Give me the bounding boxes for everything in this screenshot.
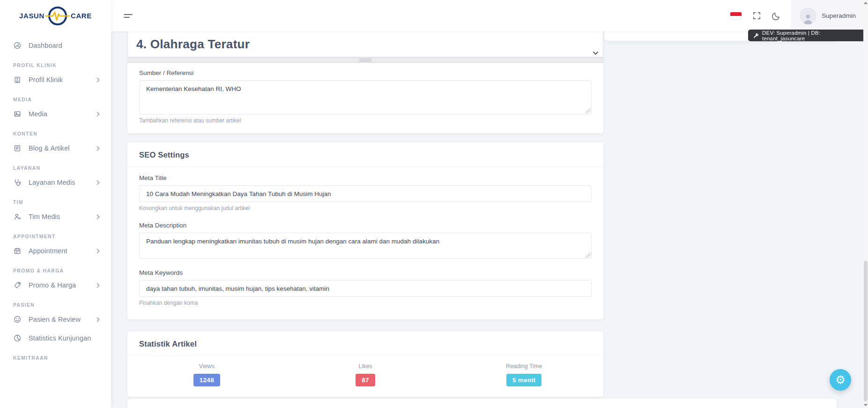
tag-icon — [13, 281, 22, 289]
language-flag-icon[interactable] — [730, 12, 742, 20]
sidebar-item-media[interactable]: Media — [13, 105, 100, 123]
sidebar-item-label: Tim Medis — [29, 213, 60, 220]
sidebar-section-header: PROFIL KLINIK — [13, 62, 100, 68]
sidebar-item-statistics-kunjungan[interactable]: Statistics Kunjungan — [13, 329, 100, 348]
sidebar-item-label: Promo & Harga — [29, 281, 76, 289]
scrollbar-thumb[interactable] — [864, 261, 868, 401]
meta-title-helper: Kosongkan untuk menggunakan judul artike… — [139, 205, 592, 212]
chevron-right-icon — [96, 249, 100, 254]
smile-icon — [13, 315, 22, 324]
avatar — [800, 8, 816, 24]
meta-description-label: Meta Description — [139, 222, 592, 229]
stat-label: Reading Time — [445, 363, 603, 370]
sidebar-item-label: Layanan Medis — [29, 179, 75, 186]
sidebar-section-header: TIM — [13, 199, 100, 205]
stat-value-badge: 5 menit — [506, 374, 542, 386]
meta-title-input[interactable] — [139, 185, 592, 202]
clinic-icon — [13, 76, 22, 84]
sidebar-section-header: KEMITRAAN — [13, 355, 100, 361]
sidebar: JASUN CARE DashboardPROFIL KLINIKProfil … — [0, 0, 111, 408]
stat-value-badge: 87 — [356, 374, 375, 386]
chevron-down-icon[interactable] — [593, 51, 599, 55]
sidebar-section-header: LAYANAN — [13, 165, 100, 171]
sidebar-item-label: Profil Klinik — [29, 76, 63, 83]
stat-reading-time: Reading Time5 menit — [445, 363, 603, 386]
sidebar-item-label: Blog & Artikel — [29, 144, 70, 152]
sidebar-item-dashboard[interactable]: Dashboard — [13, 36, 100, 55]
scroll-down-icon[interactable] — [863, 403, 868, 406]
textarea-resize-grip-icon[interactable] — [586, 253, 590, 257]
meta-keywords-input[interactable] — [139, 280, 592, 297]
sidebar-section-header: APPOINTMENT — [13, 234, 100, 239]
sidebar-item-appointment[interactable]: Appointment — [13, 242, 100, 260]
team-icon — [13, 212, 22, 221]
stat-label: Views — [127, 363, 286, 370]
next-section-card — [127, 399, 837, 408]
heartbeat-logo-icon — [45, 5, 70, 27]
window-scrollbar[interactable] — [863, 0, 868, 408]
sidebar-item-promo-harga[interactable]: Promo & Harga — [13, 276, 100, 295]
chevron-right-icon — [96, 283, 100, 288]
chevron-right-icon — [96, 112, 100, 117]
sidebar-item-label: Statistics Kunjungan — [29, 334, 91, 342]
section-title-text: 4. Olahraga Teratur — [136, 37, 250, 52]
section-title-field[interactable]: 4. Olahraga Teratur — [127, 31, 603, 57]
sidebar-item-label: Dashboard — [29, 42, 62, 49]
image-icon — [13, 110, 22, 118]
stats-card-title: Statistik Artikel — [139, 340, 197, 348]
editor-resize-handle[interactable] — [127, 57, 603, 63]
stat-label: Likes — [286, 363, 445, 370]
pie-chart-icon — [13, 334, 22, 342]
chevron-right-icon — [96, 214, 100, 219]
article-icon — [13, 144, 22, 152]
article-section-card: 4. Olahraga Teratur Sumber / Referensi K… — [127, 31, 603, 133]
textarea-resize-grip-icon[interactable] — [586, 108, 590, 113]
chevron-right-icon — [96, 146, 100, 151]
wrench-icon — [753, 33, 759, 38]
sidebar-item-label: Pasien & Review — [29, 316, 81, 323]
settings-fab-button[interactable]: ⚙ — [830, 369, 851, 391]
sidebar-section-header: MEDIA — [13, 97, 100, 102]
sumber-referensi-textarea[interactable]: Kementerian Kesehatan RI, WHO — [139, 80, 592, 114]
dark-mode-moon-icon[interactable] — [772, 11, 781, 21]
brand-text-right: CARE — [71, 12, 92, 20]
meta-description-textarea[interactable]: Panduan lengkap meningkatkan imunitas tu… — [139, 233, 592, 259]
gear-icon: ⚙ — [835, 374, 846, 385]
sidebar-item-blog-artikel[interactable]: Blog & Artikel — [13, 139, 100, 158]
dashboard-icon — [13, 41, 22, 50]
sidebar-section-header: PASIEN — [13, 302, 100, 308]
calendar-icon — [13, 247, 22, 255]
sidebar-item-pasien-review[interactable]: Pasien & Review — [13, 310, 100, 329]
stat-likes: Likes87 — [286, 363, 445, 386]
dev-badge-text: DEV: Superadmin | DB: tenant_jasuncare — [762, 30, 863, 41]
brand-logo[interactable]: JASUN CARE — [0, 0, 111, 31]
chevron-right-icon — [96, 180, 100, 185]
stat-views: Views1248 — [127, 363, 286, 386]
article-statistics-card: Statistik Artikel Views1248Likes87Readin… — [127, 332, 603, 397]
user-menu[interactable]: Superadmin — [791, 0, 868, 31]
chevron-right-icon — [96, 77, 100, 83]
meta-keywords-helper: Pisahkan dengan koma — [139, 300, 592, 306]
dev-environment-badge: DEV: Superadmin | DB: tenant_jasuncare — [748, 30, 868, 41]
meta-title-label: Meta Title — [139, 174, 592, 181]
fullscreen-icon[interactable] — [752, 11, 761, 20]
brand-text-left: JASUN — [19, 12, 45, 20]
sidebar-item-label: Media — [29, 110, 47, 118]
stethoscope-icon — [13, 178, 22, 187]
sumber-referensi-label: Sumber / Referensi — [139, 69, 592, 76]
sidebar-toggle-icon[interactable] — [124, 12, 134, 20]
seo-settings-card: SEO Settings Meta Title Kosongkan untuk … — [127, 143, 603, 319]
sidebar-item-profil-klinik[interactable]: Profil Klinik — [13, 70, 100, 89]
sumber-referensi-helper: Tambahkan referensi atau sumber artikel — [139, 117, 592, 124]
top-header: Superadmin — [111, 0, 868, 31]
sidebar-item-layanan-medis[interactable]: Layanan Medis — [13, 173, 100, 192]
scroll-up-icon[interactable] — [863, 2, 868, 5]
seo-card-title: SEO Settings — [139, 151, 189, 159]
sidebar-menu: DashboardPROFIL KLINIKProfil KlinikMEDIA… — [0, 31, 111, 361]
sidebar-item-label: Appointment — [29, 247, 67, 255]
user-name: Superadmin — [822, 12, 856, 19]
chevron-right-icon — [96, 317, 100, 322]
sidebar-item-tim-medis[interactable]: Tim Medis — [13, 207, 100, 226]
stat-value-badge: 1248 — [193, 374, 220, 386]
sidebar-section-header: PROMO & HARGA — [13, 268, 100, 273]
